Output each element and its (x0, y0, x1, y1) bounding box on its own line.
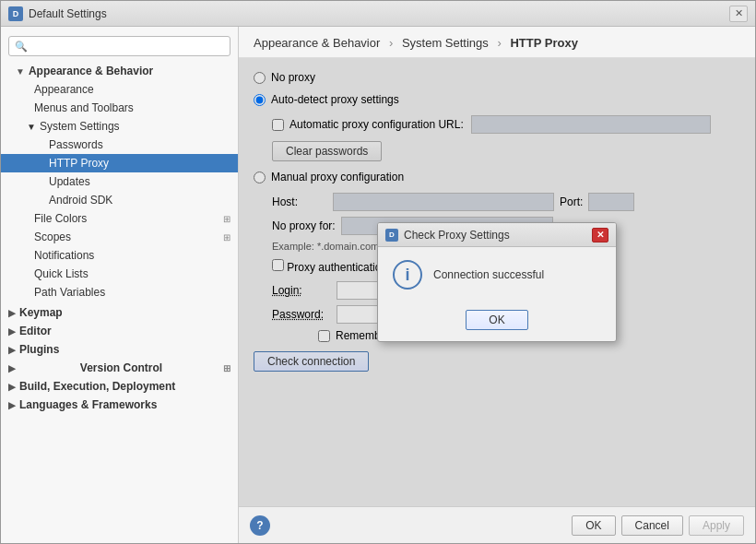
dialog-footer: OK (378, 302, 616, 341)
sidebar-group-keymap[interactable]: ▶ Keymap (1, 303, 238, 322)
bottom-bar: ? OK Cancel Apply (239, 506, 755, 543)
main-panel: Appearance & Behavior › System Settings … (239, 27, 755, 543)
sidebar-item-label: File Colors (34, 212, 87, 225)
sidebar-subgroup-label: System Settings (40, 120, 120, 133)
help-button[interactable]: ? (250, 515, 270, 536)
sidebar-group-label: Keymap (19, 306, 63, 319)
dialog-ok-button[interactable]: OK (466, 310, 527, 330)
sidebar-group-label: Editor (19, 325, 52, 337)
sidebar-item-updates[interactable]: Updates (1, 172, 238, 191)
sidebar-item-appearance[interactable]: Appearance (1, 80, 238, 99)
dialog-body: i Connection successful (378, 247, 616, 302)
sidebar-group-label: Plugins (19, 343, 59, 356)
sidebar-group-header-appearance-behavior[interactable]: ▼ Appearance & Behavior (1, 62, 238, 80)
window-close-button[interactable]: ✕ (729, 6, 748, 22)
dialog-title-left: D Check Proxy Settings (385, 229, 510, 242)
sidebar-item-notifications[interactable]: Notifications (1, 246, 238, 265)
apply-button[interactable]: Apply (689, 515, 744, 536)
collapse-arrow-icon: ▶ (8, 345, 16, 355)
dialog-title-text: Check Proxy Settings (404, 229, 510, 242)
edit-icon: ⊞ (223, 363, 230, 373)
sidebar-group-build-exec-deploy[interactable]: ▶ Build, Execution, Deployment (1, 377, 238, 396)
sidebar-item-scopes[interactable]: Scopes ⊞ (1, 228, 238, 246)
sidebar-item-passwords[interactable]: Passwords (1, 136, 238, 154)
sidebar-group-version-control[interactable]: ▶ Version Control ⊞ (1, 359, 238, 377)
content-area: 🔍 ▼ Appearance & Behavior Appearance Men… (1, 27, 755, 543)
sidebar-item-label: Menus and Toolbars (34, 101, 134, 114)
sidebar-item-label: Passwords (49, 138, 103, 151)
breadcrumb-part2: System Settings (402, 36, 489, 50)
breadcrumb: Appearance & Behavior › System Settings … (239, 27, 755, 58)
breadcrumb-sep1: › (389, 36, 393, 50)
check-proxy-dialog: D Check Proxy Settings ✕ i Connection su… (377, 222, 617, 342)
app-icon: D (8, 6, 23, 21)
sidebar-item-http-proxy[interactable]: HTTP Proxy (1, 154, 238, 172)
sidebar-item-label: Scopes (34, 231, 71, 243)
dialog-overlay: D Check Proxy Settings ✕ i Connection su… (239, 58, 755, 506)
sidebar-group-editor[interactable]: ▶ Editor (1, 322, 238, 340)
sidebar-item-label: Quick Lists (34, 267, 89, 280)
sidebar-item-label: Android SDK (49, 194, 112, 207)
collapse-arrow-icon: ▶ (8, 400, 16, 410)
dialog-message: Connection successful (433, 268, 544, 281)
sidebar-group-plugins[interactable]: ▶ Plugins (1, 340, 238, 359)
bottom-bar-right: OK Cancel Apply (572, 515, 744, 536)
ok-button[interactable]: OK (572, 515, 615, 536)
sidebar: 🔍 ▼ Appearance & Behavior Appearance Men… (1, 27, 239, 543)
breadcrumb-part3: HTTP Proxy (510, 36, 577, 50)
sidebar-group-languages-frameworks[interactable]: ▶ Languages & Frameworks (1, 396, 238, 414)
edit-icon: ⊞ (223, 232, 230, 242)
search-box[interactable]: 🔍 (8, 36, 230, 56)
sidebar-item-menus-toolbars[interactable]: Menus and Toolbars (1, 99, 238, 117)
cancel-button[interactable]: Cancel (621, 515, 683, 536)
sidebar-subgroup-header-system-settings[interactable]: ▼ System Settings (1, 117, 238, 136)
collapse-arrow-icon: ▶ (8, 363, 16, 373)
sidebar-group-label: Version Control (80, 361, 162, 374)
sidebar-group-label: Build, Execution, Deployment (19, 380, 175, 393)
info-icon: i (393, 260, 422, 290)
window-title: Default Settings (29, 7, 729, 20)
sidebar-item-path-variables[interactable]: Path Variables (1, 283, 238, 302)
sidebar-item-quick-lists[interactable]: Quick Lists (1, 265, 238, 283)
dialog-app-icon: D (385, 229, 398, 242)
title-bar: D Default Settings ✕ (1, 1, 755, 27)
sidebar-item-label: Updates (49, 175, 90, 188)
expand-arrow-icon: ▼ (27, 122, 36, 132)
settings-content: No proxy Auto-detect proxy settings Auto… (239, 58, 755, 506)
sidebar-item-label: Notifications (34, 249, 94, 262)
main-window: D Default Settings ✕ 🔍 ▼ Appearance & Be… (0, 0, 756, 544)
sidebar-item-file-colors[interactable]: File Colors ⊞ (1, 209, 238, 228)
search-input[interactable] (31, 40, 224, 53)
edit-icon: ⊞ (223, 214, 230, 224)
sidebar-item-label: HTTP Proxy (49, 157, 109, 170)
bottom-bar-left: ? (250, 515, 270, 536)
sidebar-group-appearance-behavior: ▼ Appearance & Behavior Appearance Menus… (1, 62, 238, 302)
collapse-arrow-icon: ▶ (8, 326, 16, 337)
sidebar-item-android-sdk[interactable]: Android SDK (1, 191, 238, 209)
collapse-arrow-icon: ▶ (8, 308, 16, 318)
sidebar-item-label: Path Variables (34, 286, 105, 299)
expand-arrow-icon: ▼ (16, 66, 25, 77)
dialog-close-button[interactable]: ✕ (592, 228, 608, 242)
system-settings-items: Passwords HTTP Proxy Updates Android SDK (1, 136, 238, 209)
sidebar-group-label: Languages & Frameworks (19, 398, 157, 411)
search-icon: 🔍 (15, 41, 28, 53)
sidebar-item-label: Appearance (34, 83, 94, 96)
breadcrumb-part1: Appearance & Behavior (254, 36, 380, 50)
dialog-title-bar: D Check Proxy Settings ✕ (378, 223, 616, 247)
sidebar-group-label: Appearance & Behavior (29, 65, 153, 77)
breadcrumb-sep2: › (497, 36, 501, 50)
collapse-arrow-icon: ▶ (8, 382, 16, 392)
